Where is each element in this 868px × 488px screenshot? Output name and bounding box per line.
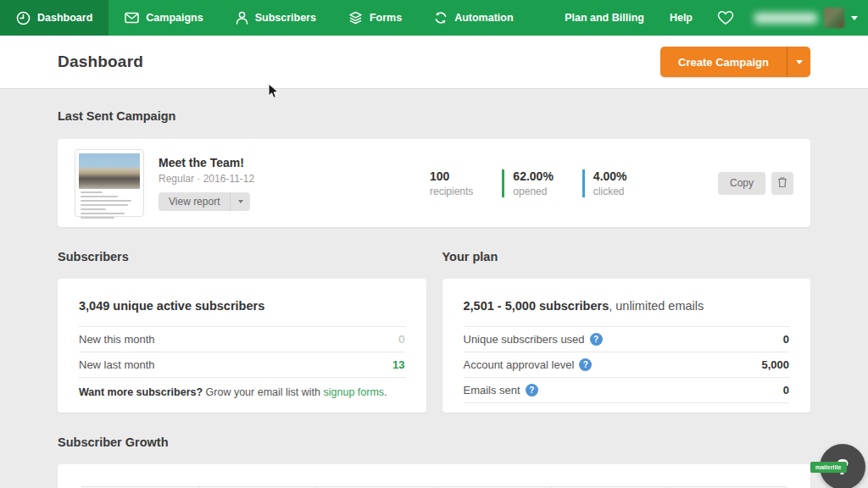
envelope-icon xyxy=(125,12,139,24)
nav-right: Plan and Billing Help xyxy=(552,0,868,36)
account-menu[interactable] xyxy=(746,8,868,28)
row-label: Account approval level? xyxy=(464,358,593,371)
nav-item-label: Campaigns xyxy=(146,12,203,24)
nav-item-automation[interactable]: Automation xyxy=(418,0,529,36)
row-new-last-month: New last month 13 xyxy=(79,352,405,377)
campaign-thumbnail-photo xyxy=(79,153,140,189)
help-widget-button[interactable]: ? mailerlite xyxy=(820,444,865,488)
nav-help[interactable]: Help xyxy=(657,0,705,36)
chevron-down-icon xyxy=(238,200,243,203)
trash-icon xyxy=(777,176,787,191)
last-sent-heading: Last Sent Campaign xyxy=(58,89,810,123)
view-report-dropdown[interactable] xyxy=(230,192,250,211)
create-campaign-label[interactable]: Create Campaign xyxy=(660,47,787,77)
clock-icon xyxy=(16,11,31,25)
plan-card: 2,501 - 5,000 subscribers, unlimited ema… xyxy=(442,279,811,413)
subscribers-card: 3,049 unique active subscribers New this… xyxy=(58,279,426,413)
nav-item-label: Automation xyxy=(454,12,513,24)
row-value: 5,000 xyxy=(761,358,789,371)
campaign-thumbnail[interactable] xyxy=(75,149,144,217)
nav-item-campaigns[interactable]: Campaigns xyxy=(108,0,219,36)
account-name-redacted xyxy=(754,13,817,24)
stat-label: clicked xyxy=(593,186,627,197)
row-emails-sent: Emails sent? 0 xyxy=(464,378,790,402)
nav-item-subscribers[interactable]: Subscribers xyxy=(220,0,332,36)
row-value: 0 xyxy=(783,333,789,346)
delete-button[interactable] xyxy=(771,172,793,195)
nav-item-label: Dashboard xyxy=(37,12,92,24)
stat-label: opened xyxy=(513,186,553,197)
view-report-button[interactable]: View report xyxy=(159,192,250,211)
nav-plan-and-billing[interactable]: Plan and Billing xyxy=(552,0,657,36)
subscribers-column: Subscribers 3,049 unique active subscrib… xyxy=(58,227,426,413)
nav-item-label: Subscribers xyxy=(255,12,316,24)
create-campaign-dropdown[interactable] xyxy=(787,47,810,77)
want-more-text: Want more subscribers? Grow your email l… xyxy=(79,378,405,398)
plan-heading: Your plan xyxy=(442,227,811,263)
want-more-bold: Want more subscribers? xyxy=(79,386,203,398)
stat-value: 4.00% xyxy=(593,169,627,183)
row-label: Emails sent? xyxy=(464,384,538,396)
top-nav: Dashboard Campaigns Subscribers Forms Au… xyxy=(0,0,868,36)
stat-clicked: 4.00% clicked xyxy=(582,169,627,197)
main-content: Last Sent Campaign Meet the Team! Regula… xyxy=(0,89,868,488)
heart-icon[interactable] xyxy=(705,10,746,25)
chevron-down-icon xyxy=(796,60,803,64)
campaign-info: Meet the Team! Regular · 2016-11-12 View… xyxy=(159,156,430,211)
signup-forms-link[interactable]: signup forms xyxy=(324,386,385,398)
person-icon xyxy=(236,11,248,25)
copy-button[interactable]: Copy xyxy=(718,172,765,195)
page-title: Dashboard xyxy=(58,53,143,71)
help-tooltip-icon[interactable]: ? xyxy=(526,384,538,396)
help-tooltip-icon[interactable]: ? xyxy=(579,358,592,371)
stat-value: 62.00% xyxy=(513,169,553,183)
mailerlite-brand-tag: mailerlite xyxy=(810,462,847,473)
stat-value: 100 xyxy=(430,169,473,183)
subscriber-growth-card xyxy=(58,464,810,488)
subscribers-heading: Subscribers xyxy=(58,227,426,263)
stat-opened: 62.00% opened xyxy=(502,169,553,197)
row-label: New last month xyxy=(79,358,155,371)
nav-item-dashboard[interactable]: Dashboard xyxy=(0,0,108,36)
campaign-meta: Regular · 2016-11-12 xyxy=(159,173,430,185)
view-report-label[interactable]: View report xyxy=(159,192,230,211)
help-tooltip-icon[interactable]: ? xyxy=(590,333,603,346)
row-approval-level: Account approval level? 5,000 xyxy=(464,352,790,377)
growth-heading: Subscriber Growth xyxy=(58,413,810,449)
campaign-stats: 100 recipients 62.00% opened 4.00% click… xyxy=(430,169,627,197)
plan-title: 2,501 - 5,000 subscribers, unlimited ema… xyxy=(464,299,790,313)
campaign-actions: Copy xyxy=(718,172,793,195)
row-label: Unique subscribers used? xyxy=(464,333,603,346)
row-value: 13 xyxy=(392,358,404,371)
row-label: New this month xyxy=(79,333,155,346)
row-value: 0 xyxy=(783,384,789,396)
nav-item-forms[interactable]: Forms xyxy=(332,0,418,36)
plan-column: Your plan 2,501 - 5,000 subscribers, unl… xyxy=(442,227,811,413)
subscribers-total: 3,049 unique active subscribers xyxy=(79,299,405,313)
campaign-title: Meet the Team! xyxy=(159,156,430,169)
stat-label: recipients xyxy=(430,186,473,197)
row-value: 0 xyxy=(398,333,404,346)
row-new-this-month: New this month 0 xyxy=(79,327,405,352)
sync-icon xyxy=(434,11,448,25)
layers-icon xyxy=(348,11,363,25)
stat-recipients: 100 recipients xyxy=(430,169,473,197)
create-campaign-button[interactable]: Create Campaign xyxy=(660,47,810,77)
nav-item-label: Forms xyxy=(370,12,402,24)
avatar xyxy=(824,8,844,28)
row-unique-subscribers: Unique subscribers used? 0 xyxy=(464,327,790,352)
page-header: Dashboard Create Campaign xyxy=(0,36,868,89)
chevron-down-icon xyxy=(851,16,858,20)
last-sent-campaign-card: Meet the Team! Regular · 2016-11-12 View… xyxy=(58,139,810,227)
